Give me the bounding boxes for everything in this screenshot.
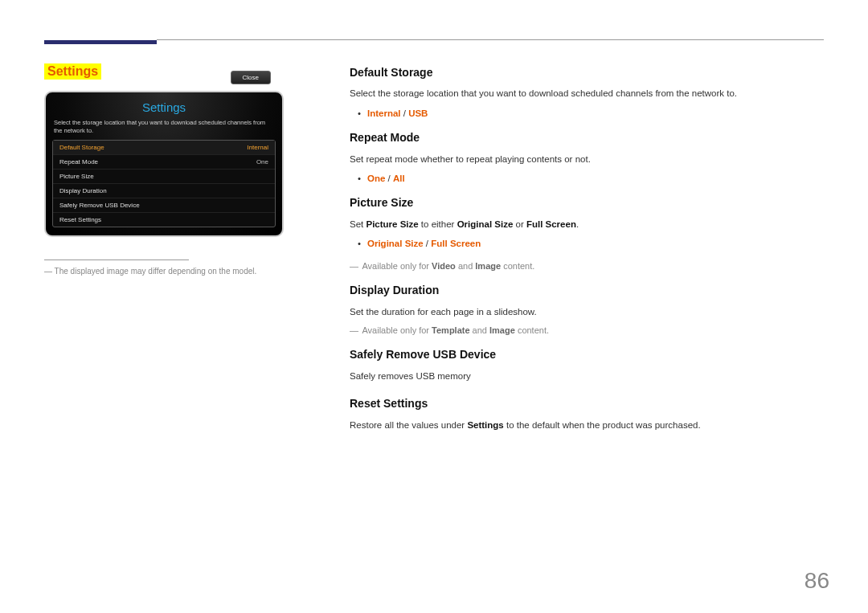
page-number: 86 [805,568,829,594]
header-accent-rule [44,40,157,63]
device-row-label: Reset Settings [59,216,101,223]
options-picture-size: Original Size / Full Screen [350,236,824,251]
footnote-rule [44,260,189,260]
option-usb: USB [408,108,428,118]
text: and [470,325,489,335]
note-display-duration: ― Available only for Template and Image … [350,324,824,338]
option-one: One [367,174,385,183]
heading-default-storage: Default Storage [350,63,824,81]
header-rule [157,39,824,40]
bold-text: Full Screen [526,219,576,229]
device-row-label: Default Storage [59,144,104,151]
right-column: Default Storage Select the storage locat… [350,63,824,437]
bold-text: Image [475,261,501,271]
bold-text: Settings [467,420,503,430]
text: to either [419,219,457,229]
desc-default-storage: Select the storage location that you wan… [350,86,824,100]
page-content: Settings Settings Select the storage loc… [0,0,868,437]
device-row-reset-settings[interactable]: Reset Settings [53,213,275,227]
text: content. [501,261,534,271]
device-row-repeat-mode[interactable]: Repeat Mode One [53,155,275,170]
device-description: Select the storage location that you wan… [52,119,276,140]
bold-text: Image [489,325,515,335]
device-list-wrap: Default Storage Internal Repeat Mode One… [52,140,276,227]
left-column: Settings Settings Select the storage loc… [44,63,317,437]
desc-repeat-mode: Set repeat mode whether to repeat playin… [350,152,824,166]
option-full-screen: Full Screen [431,239,481,248]
option-original-size: Original Size [367,239,424,248]
close-button[interactable]: Close [231,71,271,84]
desc-picture-size: Set Picture Size to either Original Size… [350,217,824,231]
device-screenshot: Settings Select the storage location tha… [44,91,284,237]
device-row-display-duration[interactable]: Display Duration [53,184,275,198]
desc-display-duration: Set the duration for each page in a slid… [350,304,824,319]
device-row-label: Repeat Mode [59,158,98,166]
desc-safely-remove: Safely removes USB memory [350,369,824,383]
text: Available only for [362,325,432,335]
heading-repeat-mode: Repeat Mode [350,129,824,146]
heading-picture-size: Picture Size [350,194,824,211]
heading-reset-settings: Reset Settings [350,394,824,412]
options-repeat-mode: One / All [350,171,824,186]
text: Restore all the values under [350,420,467,430]
section-title: Settings [44,63,101,80]
device-row-safely-remove[interactable]: Safely Remove USB Device [53,198,275,213]
note-picture-size: ― Available only for Video and Image con… [350,260,824,274]
desc-reset-settings: Restore all the values under Settings to… [350,418,824,432]
bold-text: Original Size [457,219,514,229]
text: Set [350,219,366,229]
dash-icon: ― [350,325,358,335]
option-sep: / [385,174,393,183]
heading-display-duration: Display Duration [350,281,824,299]
device-row-default-storage[interactable]: Default Storage Internal [53,141,275,155]
text: or [513,219,526,229]
dash-icon: ― [350,261,358,271]
text: . [576,219,579,229]
bold-text: Template [432,325,469,335]
device-row-label: Safely Remove USB Device [59,202,140,209]
bold-text: Picture Size [366,219,418,229]
device-row-value: One [256,158,268,166]
text: content. [515,325,549,335]
device-row-label: Display Duration [59,187,107,194]
device-row-picture-size[interactable]: Picture Size [53,170,275,184]
heading-safely-remove: Safely Remove USB Device [350,345,824,363]
option-internal: Internal [367,108,401,118]
options-default-storage: Internal / USB [350,106,824,121]
device-title: Settings [52,97,276,119]
text: and [456,261,475,271]
option-all: All [393,174,405,183]
bold-text: Video [432,261,456,271]
option-sep: / [424,239,432,248]
option-sep: / [401,108,409,118]
text: to the default when the product was purc… [504,420,701,430]
device-row-label: Picture Size [59,173,94,180]
device-settings-list: Default Storage Internal Repeat Mode One… [52,140,276,227]
footnote: The displayed image may differ depending… [44,267,317,276]
device-row-value: Internal [247,144,268,151]
text: Available only for [362,261,432,271]
